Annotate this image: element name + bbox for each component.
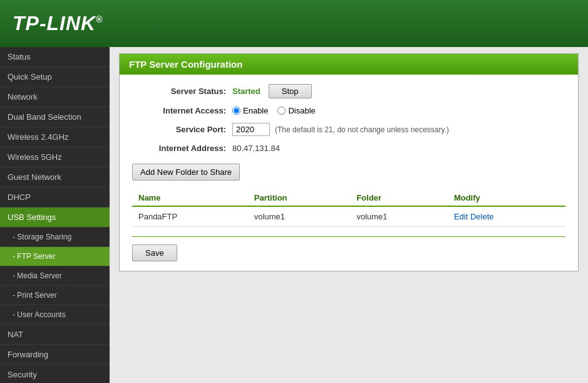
sidebar-item-forwarding[interactable]: Forwarding (0, 345, 110, 365)
ftp-config-title: FTP Server Configuration (120, 54, 578, 75)
add-folder-button[interactable]: Add New Folder to Share (132, 164, 240, 181)
col-name: Name (132, 190, 248, 206)
internet-access-row: Internet Access: Enable Disable (132, 106, 565, 115)
logo-text: TP-LINK (13, 12, 96, 34)
sidebar-item-wireless-24[interactable]: Wireless 2.4GHz (0, 127, 110, 147)
stop-button[interactable]: Stop (269, 84, 312, 98)
service-port-label: Service Port: (132, 125, 232, 134)
server-started-text: Started (232, 87, 260, 96)
sidebar-item-dual-band[interactable]: Dual Band Selection (0, 107, 110, 127)
ftp-config-content: Server Status: Started Stop Internet Acc… (120, 75, 578, 271)
sidebar-item-media-server[interactable]: - Media Server (0, 266, 110, 286)
sidebar-item-print-server[interactable]: - Print Server (0, 286, 110, 305)
internet-address-row: Internet Address: 80.47.131.84 (132, 144, 565, 153)
sidebar-item-quick-setup[interactable]: Quick Setup (0, 67, 110, 87)
save-button[interactable]: Save (132, 244, 177, 261)
sidebar-item-user-accounts[interactable]: - User Accounts (0, 305, 110, 325)
sidebar-item-guest-network[interactable]: Guest Network (0, 167, 110, 187)
disable-label: Disable (288, 106, 315, 115)
header: TP-LINK® (0, 0, 588, 47)
folder-table: Name Partition Folder Modify PandaFTP vo… (132, 190, 565, 227)
sidebar-item-nat[interactable]: NAT (0, 325, 110, 345)
sidebar-item-security[interactable]: Security (0, 365, 110, 383)
server-status-value: Started Stop (232, 84, 312, 98)
row-name: PandaFTP (132, 206, 248, 227)
sidebar-item-network[interactable]: Network (0, 87, 110, 107)
sidebar-item-wireless-5[interactable]: Wireless 5GHz (0, 147, 110, 167)
delete-link[interactable]: Delete (470, 212, 494, 221)
service-port-row: Service Port: (The default is 21, do not… (132, 123, 565, 136)
ftp-config-box: FTP Server Configuration Server Status: … (119, 53, 579, 271)
sidebar-item-status[interactable]: Status (0, 47, 110, 67)
logo-tm: ® (96, 14, 103, 24)
logo: TP-LINK® (13, 12, 103, 35)
col-partition: Partition (248, 190, 351, 206)
col-folder: Folder (350, 190, 448, 206)
col-modify: Modify (448, 190, 565, 206)
row-partition: volume1 (248, 206, 351, 227)
server-status-row: Server Status: Started Stop (132, 84, 565, 98)
main-layout: Status Quick Setup Network Dual Band Sel… (0, 47, 588, 383)
table-row: PandaFTP volume1 volume1 Edit Delete (132, 206, 565, 227)
server-status-label: Server Status: (132, 87, 232, 96)
table-header: Name Partition Folder Modify (132, 190, 565, 206)
enable-radio[interactable] (232, 107, 240, 115)
enable-label: Enable (243, 106, 268, 115)
sidebar-item-usb-settings[interactable]: USB Settings (0, 207, 110, 228)
edit-link[interactable]: Edit (454, 212, 468, 221)
service-port-value: (The default is 21, do not change unless… (232, 123, 449, 136)
sidebar: Status Quick Setup Network Dual Band Sel… (0, 47, 110, 383)
internet-address-label: Internet Address: (132, 144, 232, 153)
save-area: Save (132, 236, 565, 261)
service-port-input[interactable] (232, 123, 270, 136)
row-folder: volume1 (350, 206, 448, 227)
sidebar-item-dhcp[interactable]: DHCP (0, 187, 110, 207)
table-header-row: Name Partition Folder Modify (132, 190, 565, 206)
internet-access-label: Internet Access: (132, 106, 232, 115)
disable-radio[interactable] (277, 107, 286, 115)
content-area: FTP Server Configuration Server Status: … (110, 47, 588, 383)
internet-access-options: Enable Disable (232, 106, 316, 115)
port-hint: (The default is 21, do not change unless… (275, 125, 449, 134)
sidebar-item-ftp-server[interactable]: - FTP Server (0, 247, 110, 266)
table-body: PandaFTP volume1 volume1 Edit Delete (132, 206, 565, 227)
internet-address-value: 80.47.131.84 (232, 144, 280, 153)
ip-address: 80.47.131.84 (232, 144, 280, 153)
disable-option[interactable]: Disable (277, 106, 315, 115)
sidebar-item-storage-sharing[interactable]: - Storage Sharing (0, 228, 110, 247)
enable-option[interactable]: Enable (232, 106, 268, 115)
row-modify: Edit Delete (448, 206, 565, 227)
